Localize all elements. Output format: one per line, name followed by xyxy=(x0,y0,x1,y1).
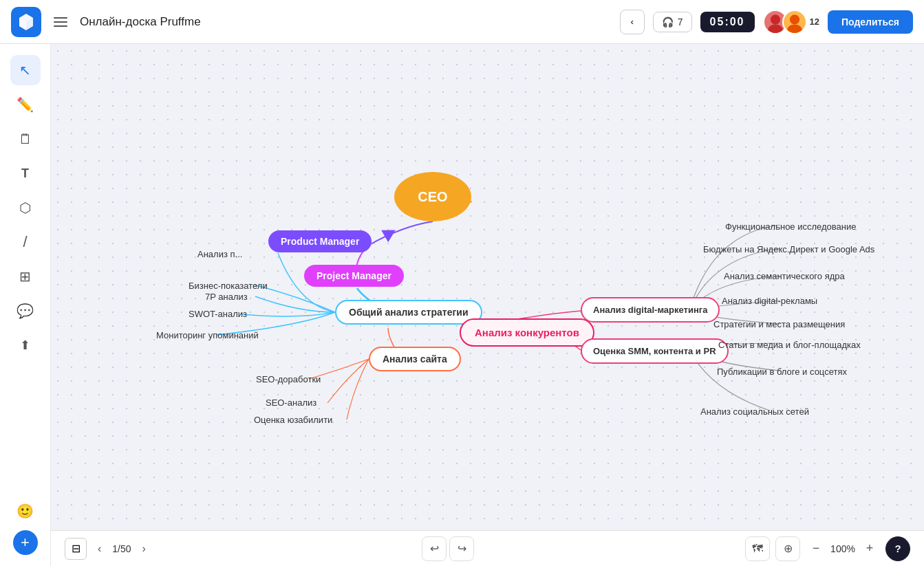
branch-strategii: Стратегии и места размещения xyxy=(713,319,845,329)
sidebar-emoji-tool[interactable]: 🙂 xyxy=(10,496,41,526)
emoji-icon: 🙂 xyxy=(17,503,34,519)
obshiy-analiz-label: Общий анализ стратегии xyxy=(349,307,469,318)
zoom-control: − 100% + xyxy=(806,538,880,559)
headphone-button[interactable]: 🎧 7 xyxy=(653,12,692,32)
text-icon: T xyxy=(21,166,29,181)
bottom-bar: ⊟ ‹ 1/50 › ↩ ↪ 🗺 ⊕ − 100% + ? xyxy=(51,530,924,566)
sidebar-select-tool[interactable]: ↖ xyxy=(10,55,41,85)
page-prev-btn[interactable]: ‹ xyxy=(92,540,107,558)
line-icon: / xyxy=(23,233,27,251)
sidebar: ↖ ✏️ 🗒 T ⬡ / ⊞ 💬 ⬆ 🙂 + xyxy=(0,44,51,566)
help-button[interactable]: ? xyxy=(885,536,910,561)
analiz-digital-label: Анализ digital-маркетинга xyxy=(593,305,707,315)
frame-icon: ⊞ xyxy=(19,268,31,285)
sidebar-comment-tool[interactable]: 💬 xyxy=(10,296,41,326)
board-title: Онлайн-доска Pruffme xyxy=(80,15,201,29)
sidebar-line-tool[interactable]: / xyxy=(10,227,41,257)
share-button[interactable]: Поделиться xyxy=(828,10,913,34)
plus-icon: + xyxy=(21,534,30,552)
branch-biznes: Бизнес-показатели xyxy=(189,281,268,291)
sidebar-toggle-icon: ⊟ xyxy=(72,542,80,555)
analiz-konkurentov-label: Анализ конкурентов xyxy=(475,327,579,338)
sidebar-bottom: 🙂 + xyxy=(10,496,41,555)
avatars: 12 xyxy=(763,10,819,34)
branch-7p: 7P анализ xyxy=(205,292,248,302)
sidebar-toggle-btn[interactable]: ⊟ xyxy=(65,538,87,560)
ceo-node[interactable]: CEO xyxy=(394,172,471,221)
ocenka-smm-node[interactable]: Оценка SMM, контента и PR xyxy=(581,338,729,364)
shapes-icon: ⬡ xyxy=(19,199,31,216)
analiz-saita-node[interactable]: Анализ сайта xyxy=(369,347,461,371)
back-button[interactable]: ‹ xyxy=(620,10,645,34)
branch-monitoring: Мониторинг упоминаний xyxy=(156,330,259,340)
canvas[interactable]: CEO Product Manager Project Manager Общи… xyxy=(51,44,924,566)
branch-swot: SWOT-анализ xyxy=(189,309,247,319)
sidebar-sticky-tool[interactable]: 🗒 xyxy=(10,124,41,154)
header-left: Онлайн-доска Pruffme xyxy=(11,7,201,37)
header-right: ‹ 🎧 7 05:00 12 Поделиться xyxy=(620,10,913,34)
hamburger-menu[interactable] xyxy=(50,13,72,31)
map-button[interactable]: 🗺 xyxy=(745,536,770,561)
ceo-label: CEO xyxy=(418,189,447,205)
comment-icon: 💬 xyxy=(17,303,34,319)
headphone-count: 7 xyxy=(678,17,683,28)
zoom-level: 100% xyxy=(829,543,857,554)
branch-semantika: Анализ семантического ядра xyxy=(724,271,845,281)
branch-byudzhety: Бюджеты на Яндекс.Директ и Google Ads xyxy=(703,244,874,254)
cursor-icon: ↖ xyxy=(19,62,31,78)
add-button[interactable]: + xyxy=(13,530,38,555)
project-manager-node[interactable]: Project Manager xyxy=(304,265,404,287)
obshiy-analiz-node[interactable]: Общий анализ стратегии xyxy=(335,300,482,325)
bottom-right: 🗺 ⊕ − 100% + ? xyxy=(745,536,910,561)
main-layout: ↖ ✏️ 🗒 T ⬡ / ⊞ 💬 ⬆ 🙂 + xyxy=(0,44,924,566)
zoom-in-btn[interactable]: + xyxy=(859,538,880,559)
headphone-icon: 🎧 xyxy=(662,17,674,28)
redo-button[interactable]: ↪ xyxy=(449,536,474,561)
sidebar-upload-tool[interactable]: ⬆ xyxy=(10,330,41,360)
pen-icon: ✏️ xyxy=(17,96,34,113)
branch-digital-reklama: Анализ digital-рекламы xyxy=(722,296,817,306)
header: Онлайн-доска Pruffme ‹ 🎧 7 05:00 12 Поде… xyxy=(0,0,924,44)
sidebar-pen-tool[interactable]: ✏️ xyxy=(10,89,41,120)
project-manager-label: Project Manager xyxy=(316,270,391,281)
bottom-center: ↩ ↪ xyxy=(422,536,474,561)
sidebar-shapes-tool[interactable]: ⬡ xyxy=(10,193,41,223)
timer: 05:00 xyxy=(700,12,755,32)
branch-ocenka-yuzabiliti: Оценка юзабилити xyxy=(254,415,332,425)
sidebar-text-tool[interactable]: T xyxy=(10,158,41,188)
analiz-konkurentov-node[interactable]: Анализ конкурентов xyxy=(460,318,594,347)
branch-socialnye: Анализ социальных сетей xyxy=(700,406,809,417)
target-button[interactable]: ⊕ xyxy=(775,536,800,561)
product-arrow xyxy=(381,224,399,242)
branch-seo-analiz: SEO-анализ xyxy=(266,398,316,408)
page-nav: ⊟ ‹ 1/50 › xyxy=(65,538,151,560)
branch-seo-dorabotki: SEO-доработки xyxy=(256,374,321,384)
branch-publikacii: Публикации в блоге и соцсетях xyxy=(717,367,847,377)
ocenka-smm-label: Оценка SMM, контента и PR xyxy=(593,346,716,356)
branch-stati: Статьи в медиа и блог-площадках xyxy=(718,340,861,350)
undo-button[interactable]: ↩ xyxy=(422,536,447,561)
product-manager-label: Product Manager xyxy=(281,236,359,247)
product-manager-node[interactable]: Product Manager xyxy=(268,230,372,252)
svg-point-3 xyxy=(787,24,802,34)
svg-point-0 xyxy=(770,14,780,24)
analiz-digital-node[interactable]: Анализ digital-маркетинга xyxy=(581,297,720,323)
svg-point-1 xyxy=(768,24,782,34)
upload-icon: ⬆ xyxy=(20,338,30,353)
sticky-icon: 🗒 xyxy=(19,131,32,147)
logo[interactable] xyxy=(11,7,41,37)
sidebar-frame-tool[interactable]: ⊞ xyxy=(10,261,41,292)
analiz-saita-label: Анализ сайта xyxy=(383,353,447,364)
branch-analiz-p: Анализ п... xyxy=(197,249,242,259)
page-info: 1/50 xyxy=(112,543,131,554)
avatar-2 xyxy=(782,10,807,34)
avatar-count: 12 xyxy=(810,17,819,27)
zoom-out-btn[interactable]: − xyxy=(806,538,826,559)
svg-point-2 xyxy=(789,14,799,24)
page-next-btn[interactable]: › xyxy=(137,540,151,558)
branch-funkcional: Функциональное исследование xyxy=(725,221,856,232)
